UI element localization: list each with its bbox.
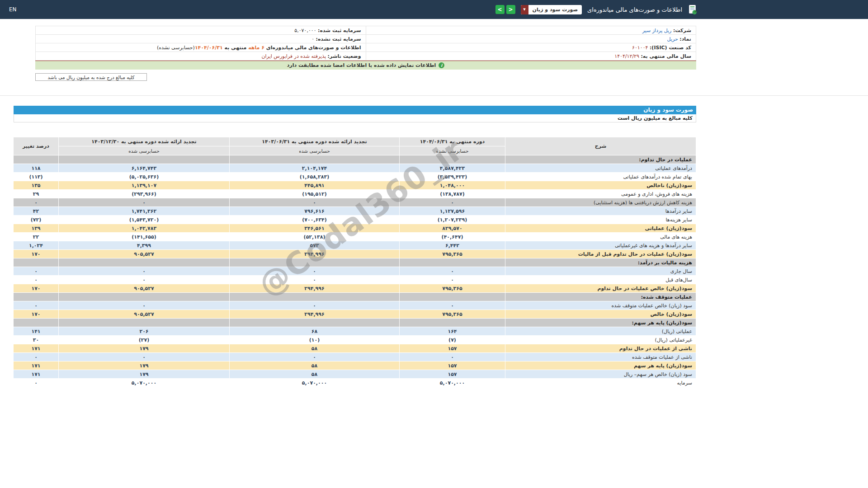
period-suffix: (حسابرسی نشده) <box>157 45 195 51</box>
symbol-label: نماد: <box>679 36 691 42</box>
row-value-change-percent <box>14 319 59 327</box>
company-link[interactable]: ریل پرداز سیر <box>642 28 672 33</box>
language-toggle[interactable]: EN <box>9 6 17 13</box>
row-label: هزینه های مالی <box>505 233 696 241</box>
row-value-current: ۱۵۷ <box>400 361 505 370</box>
row-label: سال جاری <box>505 267 696 276</box>
row-value-restated-annual: ۴,۳۹۹ <box>59 241 230 250</box>
row-value-restated-annual: ۰ <box>59 198 230 207</box>
row-label: عملیات متوقف شده: <box>505 293 696 301</box>
row-value-restated-annual: ۹۰۵,۵۲۷ <box>59 310 230 319</box>
row-value-restated-annual: (۵,۰۲۵,۶۳۶) <box>59 173 230 181</box>
table-row: سود(زیان) خالص عملیات در حال تداوم ۷۹۵,۳… <box>14 284 696 293</box>
table-row: درآمدهای عملیاتی ۴,۵۸۷,۴۲۳ ۲,۱۰۴,۱۷۴ ۶,۱… <box>14 164 696 173</box>
table-row: ناشی از عملیات متوقف شده ۰ ۰ ۰ ۰ <box>14 353 696 361</box>
prev-period-button[interactable]: < <box>506 5 515 14</box>
symbol-link[interactable]: حریل <box>667 36 678 42</box>
row-value-restated-interim: ۰ <box>230 267 400 276</box>
chevron-down-icon: ▼ <box>521 5 528 14</box>
section-divider <box>0 95 868 96</box>
row-value-restated-interim: ۰ <box>230 301 400 310</box>
header-current-period: دوره منتهی به ۱۴۰۴/۰۶/۳۱ <box>400 137 505 146</box>
row-value-restated-interim: ۲۹۴,۹۹۶ <box>230 310 400 319</box>
income-statement-table: شرح دوره منتهی به ۱۴۰۴/۰۶/۳۱ تجدید ارائه… <box>13 137 696 387</box>
company-cell: شرکت: ریل پرداز سیر <box>366 26 696 35</box>
fiscal-year-value: ۱۴۰۴/۱۲/۲۹ <box>614 53 639 59</box>
row-label: هزینه های فروش، اداری و عمومی <box>505 190 696 198</box>
row-value-restated-interim: ۵۸ <box>230 361 400 370</box>
row-label: سود(زیان) ناخالص <box>505 181 696 190</box>
table-row: سال‌های قبل ۰ ۰ ۰ ۰ <box>14 276 696 284</box>
row-value-change-percent: ۲۹ <box>14 190 59 198</box>
row-value-current: ۰ <box>400 301 505 310</box>
row-value-change-percent <box>14 293 59 301</box>
row-value-restated-annual: (۱,۵۴۳,۷۲۰) <box>59 216 230 224</box>
row-value-restated-interim: (۱,۶۵۸,۲۸۳) <box>230 173 400 181</box>
row-value-restated-annual: ۲۰۶ <box>59 327 230 336</box>
row-value-restated-interim: (۵۲,۱۳۸) <box>230 233 400 241</box>
row-value-restated-interim <box>230 293 400 301</box>
row-value-change-percent: ۱۷۰ <box>14 284 59 293</box>
row-value-restated-interim: ۵۸ <box>230 370 400 379</box>
table-row: ناشی از عملیات در حال تداوم ۱۵۷ ۵۸ ۱۷۹ ۱… <box>14 344 696 353</box>
row-value-change-percent: ۱۷۰ <box>14 250 59 258</box>
row-value-restated-annual: ۱۷۹ <box>59 361 230 370</box>
header-current-audit-status: حسابرسی نشده <box>400 146 505 155</box>
row-value-restated-annual: ۰ <box>59 267 230 276</box>
table-row: سود(زیان) خالص ۷۹۵,۳۶۵ ۲۹۴,۹۹۶ ۹۰۵,۵۲۷ ۱… <box>14 310 696 319</box>
topbar-right-group: اطلاعات و صورت‌های مالی میاندوره‌ای صورت… <box>495 5 698 15</box>
row-value-restated-annual <box>59 258 230 267</box>
row-value-change-percent: ۰ <box>14 301 59 310</box>
table-row: عملیات متوقف شده: <box>14 293 696 301</box>
table-row: سود(زیان) عملیاتی ۸۲۹,۵۷۰ ۳۴۶,۵۶۱ ۱,۰۴۲,… <box>14 224 696 233</box>
row-label: سود(زیان) خالص عملیات در حال تداوم <box>505 284 696 293</box>
row-value-current: ۸۲۹,۵۷۰ <box>400 224 505 233</box>
period-mid: منتهی به <box>223 45 248 51</box>
row-value-current: (۷) <box>400 336 505 344</box>
statement-amounts-note: کلیه مبالغ به میلیون ریال است <box>14 114 696 122</box>
row-value-restated-interim: ۶۸ <box>230 327 400 336</box>
header-restated-interim: تجدید ارائه شده دوره منتهی به ۱۴۰۳/۰۶/۳۱ <box>230 137 400 146</box>
header-desc: شرح <box>505 137 696 155</box>
row-value-current: ۰ <box>400 267 505 276</box>
row-value-restated-annual: ۱۷۹ <box>59 344 230 353</box>
row-value-restated-interim <box>230 319 400 327</box>
row-label: سایر درآمدها <box>505 207 696 216</box>
publisher-status-label: وضعیت ناشر: <box>328 53 361 59</box>
capital-value: ۵,۰۷۰,۰۰۰ <box>294 28 316 33</box>
row-value-restated-interim: ۵,۰۷۰,۰۰۰ <box>230 379 400 387</box>
next-period-button[interactable]: > <box>495 5 505 14</box>
row-value-restated-annual: ۰ <box>59 276 230 284</box>
isic-value: ۶۰۱۰۰۴ <box>632 45 648 51</box>
amounts-unit-note: کلیه مبالغ درج شده به میلیون ریال می باش… <box>35 73 147 81</box>
row-value-current: ۴,۵۸۷,۴۲۳ <box>400 164 505 173</box>
row-value-current: ۱۶۴ <box>400 327 505 336</box>
table-row: سایر درآمدها ۱,۱۲۷,۵۹۶ ۷۹۶,۶۱۶ ۱,۷۴۱,۳۶۲… <box>14 207 696 216</box>
table-row: هزینه کاهش ارزش دریافتنی ها (هزینه استثن… <box>14 198 696 207</box>
table-row: هزینه های مالی (۴۰,۶۴۷) (۵۲,۱۳۸) (۱۴۱,۶۵… <box>14 233 696 241</box>
row-value-restated-interim: (۱۹۵,۵۱۲) <box>230 190 400 198</box>
row-label: غیرعملیاتی (ریال) <box>505 336 696 344</box>
row-label: سود (زیان) خالص هر سهم– ریال <box>505 370 696 379</box>
note-box-wrap: کلیه مبالغ درج شده به میلیون ریال می باش… <box>35 73 696 81</box>
row-value-restated-annual <box>59 319 230 327</box>
row-label: عملیات در حال تداوم: <box>505 155 696 164</box>
row-label: درآمدهای عملیاتی <box>505 164 696 173</box>
header-change-percent: درصد تغییر <box>14 137 59 155</box>
row-value-restated-annual: ۰ <box>59 353 230 361</box>
fiscal-year-cell: سال مالی منتهی به: ۱۴۰۴/۱۲/۲۹ <box>366 52 696 61</box>
row-value-current: (۱۳۸,۷۸۷) <box>400 190 505 198</box>
row-value-current: ۷۹۵,۳۶۵ <box>400 284 505 293</box>
row-label: سود (زیان) خالص عملیات متوقف شده <box>505 301 696 310</box>
topbar: اطلاعات و صورت‌های مالی میاندوره‌ای صورت… <box>0 0 868 19</box>
statement-type-select[interactable]: صورت سود و زیان ▼ <box>521 5 582 14</box>
company-info-table: شرکت: ریل پرداز سیر سرمایه ثبت شده: ۵,۰۷… <box>35 26 696 61</box>
header-annual-audit-status: حسابرسی شده <box>59 146 230 155</box>
table-row: سود (زیان) خالص هر سهم– ریال ۱۵۷ ۵۸ ۱۷۹ … <box>14 370 696 379</box>
row-label: سرمایه <box>505 379 696 387</box>
table-row: سود (زیان) خالص عملیات متوقف شده ۰ ۰ ۰ ۰ <box>14 301 696 310</box>
table-row: عملیاتی (ریال) ۱۶۴ ۶۸ ۲۰۶ ۱۴۱ <box>14 327 696 336</box>
isic-cell: کد صنعت (ISIC): ۶۰۱۰۰۴ <box>366 43 696 52</box>
row-value-restated-interim: ۵۸ <box>230 344 400 353</box>
row-value-change-percent: ۱۷۱ <box>14 361 59 370</box>
